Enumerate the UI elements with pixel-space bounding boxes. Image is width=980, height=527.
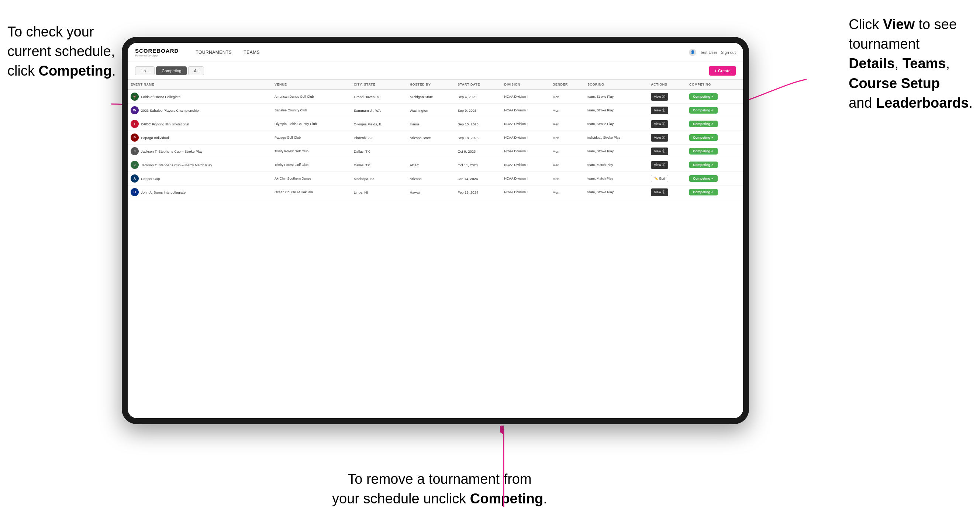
actions-cell: View ⓘ: [648, 186, 686, 199]
competing-cell: Competing ✓: [686, 90, 743, 104]
nav-teams[interactable]: TEAMS: [238, 43, 266, 62]
table-row: A Copper Cup Ak-Chin Southern DunesMaric…: [128, 172, 743, 186]
tournaments-table-container[interactable]: EVENT NAME VENUE CITY, STATE HOSTED BY S…: [128, 80, 743, 418]
scoring-cell: team, Match Play: [584, 158, 648, 172]
col-scoring: SCORING: [584, 80, 648, 90]
scoring-cell: team, Stroke Play: [584, 104, 648, 117]
gender-cell: Men: [549, 104, 584, 117]
sign-out-link[interactable]: Sign out: [721, 50, 736, 55]
filter-tabs: Ho... Competing All: [135, 67, 204, 75]
division-cell: NCAA Division I: [501, 172, 549, 186]
competing-cell: Competing ✓: [686, 186, 743, 199]
team-logo: 🦅: [130, 92, 139, 101]
competing-cell: Competing ✓: [686, 117, 743, 131]
hosted-cell: Arizona State: [407, 131, 455, 144]
venue-cell: Olympia Fields Country Club: [272, 117, 351, 131]
logo-sub-text: Powered by clippi: [135, 54, 178, 57]
col-hosted-by: HOSTED BY: [407, 80, 455, 90]
filter-tab-home[interactable]: Ho...: [135, 67, 154, 75]
actions-cell: View ⓘ: [648, 158, 686, 172]
table-row: P Papago Individual Papago Golf ClubPhoe…: [128, 131, 743, 144]
scoring-cell: team, Match Play: [584, 172, 648, 186]
app-header: SCOREBOARD Powered by clippi TOURNAMENTS…: [128, 43, 743, 62]
competing-button[interactable]: Competing ✓: [689, 121, 718, 127]
event-name-cell: J Jackson T. Stephens Cup – Men's Match …: [128, 158, 272, 172]
view-button[interactable]: View ⓘ: [651, 134, 668, 141]
competing-cell: Competing ✓: [686, 172, 743, 186]
division-cell: NCAA Division I: [501, 104, 549, 117]
table-header-row: EVENT NAME VENUE CITY, STATE HOSTED BY S…: [128, 80, 743, 90]
start-date-cell: Sep 4, 2023: [455, 90, 501, 104]
competing-button[interactable]: Competing ✓: [689, 93, 718, 100]
event-name-cell: 🦅 Folds of Honor Collegiate: [128, 90, 272, 104]
division-cell: NCAA Division I: [501, 158, 549, 172]
hosted-cell: ABAC: [407, 158, 455, 172]
create-button[interactable]: + Create: [709, 66, 736, 76]
tournaments-table: EVENT NAME VENUE CITY, STATE HOSTED BY S…: [128, 80, 743, 199]
filter-tab-all[interactable]: All: [188, 67, 204, 75]
division-cell: NCAA Division I: [501, 186, 549, 199]
competing-button[interactable]: Competing ✓: [689, 162, 718, 168]
start-date-cell: Jan 14, 2024: [455, 172, 501, 186]
city-cell: Phoenix, AZ: [351, 131, 407, 144]
view-button[interactable]: View ⓘ: [651, 189, 668, 196]
team-logo: J: [130, 161, 139, 169]
user-name: Test User: [700, 50, 717, 55]
start-date-cell: Sep 18, 2023: [455, 131, 501, 144]
event-name-cell: A Copper Cup: [128, 172, 272, 186]
event-name-cell: J Jackson T. Stephens Cup – Stroke Play: [128, 144, 272, 158]
view-button[interactable]: View ⓘ: [651, 161, 668, 169]
hosted-cell: Illinois: [407, 117, 455, 131]
venue-cell: Trinity Forest Golf Club: [272, 144, 351, 158]
start-date-cell: Sep 9, 2023: [455, 104, 501, 117]
hosted-cell: Hawaii: [407, 186, 455, 199]
col-division: DIVISION: [501, 80, 549, 90]
event-name: OFCC Fighting Illini Invitational: [141, 122, 189, 126]
team-logo: W: [130, 106, 139, 114]
start-date-cell: Oct 9, 2023: [455, 144, 501, 158]
scoring-cell: team, Stroke Play: [584, 144, 648, 158]
user-icon: 👤: [689, 49, 696, 56]
competing-cell: Competing ✓: [686, 131, 743, 144]
competing-button[interactable]: Competing ✓: [689, 107, 718, 114]
start-date-cell: Feb 15, 2024: [455, 186, 501, 199]
competing-button[interactable]: Competing ✓: [689, 189, 718, 195]
actions-cell: View ⓘ: [648, 104, 686, 117]
division-cell: NCAA Division I: [501, 90, 549, 104]
edit-button[interactable]: ✏️ Edit: [651, 175, 668, 182]
scoring-cell: team, Stroke Play: [584, 186, 648, 199]
event-name: Papago Individual: [141, 136, 169, 140]
gender-cell: Men: [549, 172, 584, 186]
city-cell: Dallas, TX: [351, 144, 407, 158]
table-row: H John A. Burns Intercollegiate Ocean Co…: [128, 186, 743, 199]
division-cell: NCAA Division I: [501, 131, 549, 144]
annotation-top-left: To check your current schedule, click Co…: [7, 22, 116, 81]
competing-button[interactable]: Competing ✓: [689, 134, 718, 141]
table-row: W 2023 Sahalee Players Championship Saha…: [128, 104, 743, 117]
team-logo: A: [130, 175, 139, 183]
event-name: Jackson T. Stephens Cup – Men's Match Pl…: [141, 163, 212, 167]
main-nav: TOURNAMENTS TEAMS: [190, 43, 689, 62]
view-button[interactable]: View ⓘ: [651, 106, 668, 114]
division-cell: NCAA Division I: [501, 117, 549, 131]
hosted-cell: Washington: [407, 104, 455, 117]
view-button[interactable]: View ⓘ: [651, 148, 668, 155]
competing-button[interactable]: Competing ✓: [689, 175, 718, 182]
actions-cell: ✏️ Edit: [648, 172, 686, 186]
actions-cell: View ⓘ: [648, 131, 686, 144]
view-button[interactable]: View ⓘ: [651, 93, 668, 101]
competing-button[interactable]: Competing ✓: [689, 148, 718, 154]
gender-cell: Men: [549, 186, 584, 199]
arrow-bottom: [500, 425, 508, 507]
col-event-name: EVENT NAME: [128, 80, 272, 90]
venue-cell: Ak-Chin Southern Dunes: [272, 172, 351, 186]
gender-cell: Men: [549, 144, 584, 158]
city-cell: Maricopa, AZ: [351, 172, 407, 186]
team-logo: I: [130, 120, 139, 128]
col-start-date: START DATE: [455, 80, 501, 90]
gender-cell: Men: [549, 90, 584, 104]
view-button[interactable]: View ⓘ: [651, 120, 668, 128]
hosted-cell: [407, 144, 455, 158]
nav-tournaments[interactable]: TOURNAMENTS: [190, 43, 238, 62]
filter-tab-competing[interactable]: Competing: [156, 67, 187, 75]
